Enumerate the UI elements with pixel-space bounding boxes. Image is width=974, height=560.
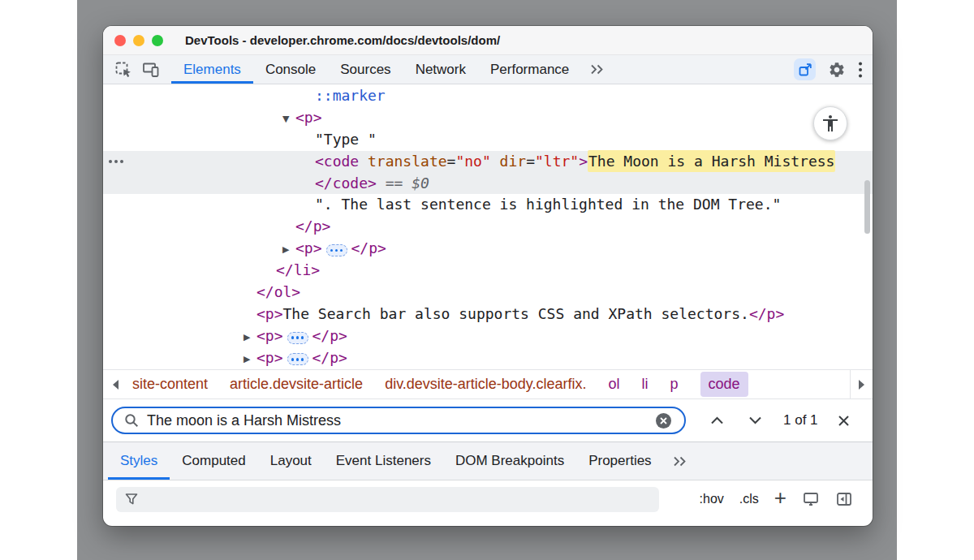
tab-sources[interactable]: Sources bbox=[328, 55, 403, 84]
close-window-button[interactable] bbox=[114, 35, 126, 46]
clear-search-icon[interactable] bbox=[656, 413, 671, 429]
dom-tree-row[interactable]: </p> bbox=[103, 216, 873, 238]
search-input[interactable] bbox=[140, 412, 656, 429]
code-token-tag: </p> bbox=[312, 327, 347, 344]
minimize-window-button[interactable] bbox=[133, 35, 144, 46]
previous-result-chevron-icon[interactable] bbox=[710, 416, 724, 424]
expand-arrow-icon[interactable]: ▶ bbox=[244, 327, 256, 349]
code-token-tag: <code bbox=[315, 153, 359, 170]
breadcrumb-item[interactable]: site-content bbox=[132, 376, 208, 393]
window-controls bbox=[114, 26, 163, 54]
dom-tree-row[interactable]: </li> bbox=[103, 260, 873, 282]
breadcrumb-scroll-left-icon[interactable] bbox=[103, 370, 127, 398]
code-token-meta: == bbox=[377, 174, 412, 192]
code-token-tag: <p> bbox=[295, 239, 322, 256]
element-classes-button[interactable]: .cls bbox=[739, 492, 759, 506]
tab-console[interactable]: Console bbox=[253, 55, 328, 84]
collapsed-children-ellipsis[interactable] bbox=[287, 353, 308, 365]
code-token-plain: The Search bar also supports CSS and XPa… bbox=[283, 305, 749, 322]
window-titlebar: DevTools - developer.chrome.com/docs/dev… bbox=[103, 26, 873, 55]
kebab-menu-icon[interactable] bbox=[858, 61, 863, 79]
settings-gear-icon[interactable] bbox=[828, 61, 846, 79]
tab-properties[interactable]: Properties bbox=[576, 442, 663, 480]
code-token-tag: </p> bbox=[312, 349, 347, 366]
dom-tree-row[interactable]: <code translate="no" dir="ltr">The Moon … bbox=[103, 151, 873, 173]
code-token-plain: ". The last sentence is highlighted in t… bbox=[315, 196, 781, 213]
dom-tree-row[interactable]: <p>The Search bar also supports CSS and … bbox=[103, 304, 873, 325]
tab-styles[interactable]: Styles bbox=[108, 442, 170, 480]
breadcrumb-scroll-right-icon[interactable] bbox=[850, 370, 873, 398]
device-toolbar-icon[interactable] bbox=[137, 55, 165, 84]
devtools-window: DevTools - developer.chrome.com/docs/dev… bbox=[103, 26, 873, 526]
dom-tree-row[interactable]: </code> == $0 bbox=[103, 173, 873, 195]
expand-arrow-icon[interactable]: ▶ bbox=[282, 239, 295, 261]
search-box[interactable] bbox=[111, 407, 686, 434]
more-panels-chevron-icon[interactable] bbox=[581, 55, 614, 84]
breadcrumb-item[interactable]: div.devsite-article-body.clearfix. bbox=[385, 376, 586, 393]
dom-search-bar: 1 of 1 bbox=[103, 399, 873, 442]
tab-performance[interactable]: Performance bbox=[478, 55, 581, 84]
code-token-attr: dir bbox=[491, 153, 526, 170]
code-token-val: "no" bbox=[455, 153, 490, 170]
code-token-tag: <p> bbox=[256, 305, 283, 322]
inspect-element-icon[interactable] bbox=[110, 55, 137, 84]
tab-computed[interactable]: Computed bbox=[170, 442, 257, 480]
breadcrumb-item[interactable]: ol bbox=[609, 376, 620, 393]
code-token-tag: <p> bbox=[256, 327, 283, 344]
new-style-rule-button[interactable]: + bbox=[774, 489, 787, 506]
tab-network[interactable]: Network bbox=[403, 55, 478, 84]
devtools-toolbar: Elements Console Sources Network Perform… bbox=[103, 55, 873, 84]
breadcrumb-list: site-contentarticle.devsite-articlediv.d… bbox=[127, 372, 850, 397]
expand-arrow-icon[interactable]: ▶ bbox=[244, 349, 256, 369]
styles-filter-input[interactable] bbox=[116, 487, 659, 512]
filter-funnel-icon bbox=[124, 492, 139, 506]
window-title: DevTools - developer.chrome.com/docs/dev… bbox=[185, 33, 500, 47]
vertical-scrollbar[interactable] bbox=[864, 180, 870, 234]
dom-tree-panel: ::marker▼<p>"Type "<code translate="no" … bbox=[103, 84, 873, 369]
dom-tree-row[interactable]: ▶<p></p> bbox=[103, 238, 873, 260]
expand-arrow-icon[interactable]: ▼ bbox=[282, 109, 295, 131]
dom-tree-row[interactable]: ▶<p></p> bbox=[103, 347, 873, 369]
toggle-element-state-button[interactable]: :hov bbox=[700, 492, 724, 506]
more-sidebar-tabs-chevron-icon[interactable] bbox=[664, 442, 696, 480]
dom-tree-row[interactable]: ::marker bbox=[103, 85, 873, 107]
tab-event-listeners[interactable]: Event Listeners bbox=[324, 442, 443, 480]
close-search-icon[interactable] bbox=[838, 415, 850, 427]
code-token-tag: </li> bbox=[276, 261, 320, 278]
zoom-window-button[interactable] bbox=[152, 35, 163, 46]
code-token-plain: = bbox=[526, 153, 535, 170]
accessibility-person-icon[interactable] bbox=[813, 106, 847, 140]
code-token-val: "ltr" bbox=[535, 153, 579, 170]
tab-elements[interactable]: Elements bbox=[171, 55, 253, 84]
styles-actions: :hov .cls + bbox=[700, 490, 853, 508]
collapsed-children-ellipsis[interactable] bbox=[287, 332, 308, 344]
dom-tree-row[interactable]: ▼<p> bbox=[103, 107, 873, 129]
next-result-chevron-icon[interactable] bbox=[748, 416, 762, 424]
dom-tree-row[interactable]: "Type " bbox=[103, 129, 873, 151]
breadcrumb-item[interactable]: article.devsite-article bbox=[230, 376, 363, 393]
monitor-icon[interactable] bbox=[802, 490, 820, 508]
code-token-tag: <p> bbox=[256, 349, 283, 366]
code-token-pseudo: ::marker bbox=[315, 87, 386, 104]
breadcrumb-item[interactable]: code bbox=[700, 372, 748, 397]
code-token-plain: "Type " bbox=[315, 131, 377, 148]
tab-dom-breakpoints[interactable]: DOM Breakpoints bbox=[443, 442, 576, 480]
code-token-tag: </code> bbox=[315, 174, 377, 192]
breadcrumb-item[interactable]: p bbox=[670, 376, 679, 393]
open-in-new-icon[interactable] bbox=[794, 58, 816, 80]
breadcrumb-bar: site-contentarticle.devsite-articlediv.d… bbox=[103, 369, 873, 399]
dom-tree-row[interactable]: ". The last sentence is highlighted in t… bbox=[103, 194, 873, 216]
code-token-tag: </ol> bbox=[256, 283, 300, 300]
code-token-dollar: $0 bbox=[412, 174, 429, 192]
tab-layout[interactable]: Layout bbox=[258, 442, 324, 480]
collapsed-children-ellipsis[interactable] bbox=[326, 244, 347, 256]
breadcrumb-item[interactable]: li bbox=[642, 376, 649, 393]
row-options-dots-icon[interactable] bbox=[109, 160, 123, 163]
dom-tree-row[interactable]: ▶<p></p> bbox=[103, 325, 873, 347]
code-token-tag: > bbox=[579, 153, 588, 170]
search-result-count: 1 of 1 bbox=[783, 412, 818, 429]
sidebar-panel-toggle-icon[interactable] bbox=[835, 490, 853, 508]
code-token-attr: translate bbox=[359, 153, 446, 170]
panel-tabs: Elements Console Sources Network Perform… bbox=[171, 55, 614, 84]
dom-tree-row[interactable]: </ol> bbox=[103, 282, 873, 304]
